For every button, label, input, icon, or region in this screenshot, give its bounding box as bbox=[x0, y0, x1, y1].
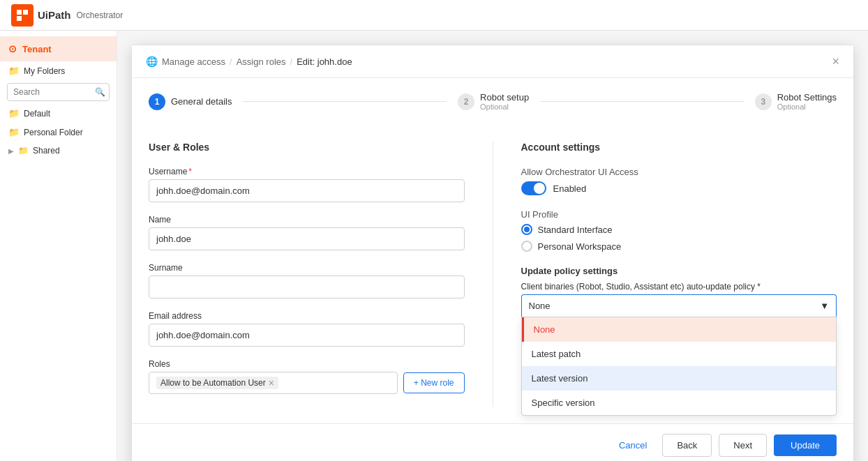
left-panel: User & Roles Username* Name bbox=[149, 142, 465, 407]
cancel-button[interactable]: Cancel bbox=[611, 434, 655, 456]
panel-divider bbox=[493, 142, 493, 407]
account-settings-title: Account settings bbox=[521, 142, 837, 153]
sidebar-item-shared[interactable]: ▶ 📁 Shared bbox=[0, 142, 117, 160]
shared-folder-icon: 📁 bbox=[18, 146, 29, 156]
step-3-sublabel: Optional bbox=[777, 103, 837, 111]
toggle-enabled-label: Enabled bbox=[553, 183, 587, 194]
search-input[interactable] bbox=[7, 83, 110, 101]
update-button[interactable]: Update bbox=[774, 434, 837, 456]
surname-input[interactable] bbox=[149, 275, 465, 298]
surname-label: Surname bbox=[149, 263, 465, 273]
sidebar-my-folders[interactable]: 📁 My Folders bbox=[0, 61, 117, 80]
role-tag-label: Allow to be Automation User bbox=[160, 378, 266, 388]
svg-rect-1 bbox=[23, 10, 28, 15]
step-line-2 bbox=[540, 101, 744, 102]
allow-ui-access-row: Allow Orchestrator UI Access Enabled bbox=[521, 167, 837, 195]
ui-profile-label: UI Profile bbox=[521, 209, 837, 220]
radio-personal-workspace[interactable]: Personal Workspace bbox=[521, 241, 837, 252]
update-policy-section: Update policy settings Client binaries (… bbox=[521, 266, 837, 317]
step-2-info: Robot setup Optional bbox=[480, 92, 529, 111]
dropdown-option-latest-patch[interactable]: Latest patch bbox=[522, 342, 837, 366]
tenant-icon: ⊙ bbox=[8, 43, 17, 54]
radio-personal-circle bbox=[521, 241, 532, 252]
update-policy-title: Update policy settings bbox=[521, 266, 837, 276]
breadcrumb: 🌐 Manage access / Assign roles / Edit: j… bbox=[146, 56, 352, 67]
right-panel: Account settings Allow Orchestrator UI A… bbox=[521, 142, 837, 407]
close-button[interactable]: × bbox=[832, 55, 839, 68]
remove-role-tag-button[interactable]: × bbox=[269, 378, 274, 388]
breadcrumb-part2[interactable]: Assign roles bbox=[237, 56, 286, 67]
policy-field-label: Client binaries (Robot, Studio, Assistan… bbox=[521, 282, 837, 292]
default-label: Default bbox=[24, 109, 50, 119]
radio-standard-circle bbox=[521, 224, 532, 235]
username-group: Username* bbox=[149, 167, 465, 202]
logo-text: UiPath bbox=[38, 9, 71, 21]
ui-profile-row: UI Profile Standard Interface Personal W… bbox=[521, 209, 837, 252]
modal-body: User & Roles Username* Name bbox=[132, 125, 853, 423]
radio-personal-label: Personal Workspace bbox=[538, 241, 622, 252]
modal-header: 🌐 Manage access / Assign roles / Edit: j… bbox=[132, 45, 853, 78]
ui-access-toggle[interactable] bbox=[521, 181, 546, 195]
dropdown-option-none[interactable]: None bbox=[522, 317, 837, 342]
stepper: 1 General details 2 Robot setup Optional bbox=[132, 78, 853, 125]
step-2: 2 Robot setup Optional bbox=[458, 92, 529, 111]
svg-rect-2 bbox=[17, 16, 22, 21]
name-input[interactable] bbox=[149, 227, 465, 250]
logo-icon bbox=[11, 4, 33, 27]
dropdown-trigger[interactable]: None ▼ bbox=[521, 294, 837, 317]
sidebar-item-tenant[interactable]: ⊙ Tenant bbox=[0, 36, 117, 61]
content-area: 🌐 Manage access / Assign roles / Edit: j… bbox=[117, 31, 868, 461]
dropdown-selected-value: None bbox=[529, 301, 551, 311]
step-line-1 bbox=[243, 101, 447, 102]
step-1-label: General details bbox=[171, 96, 232, 107]
ui-profile-radio-group: Standard Interface Personal Workspace bbox=[521, 224, 837, 252]
radio-standard-label: Standard Interface bbox=[538, 225, 613, 235]
search-icon: 🔍 bbox=[95, 87, 105, 97]
new-role-button[interactable]: + New role bbox=[403, 372, 465, 393]
tenant-label: Tenant bbox=[22, 44, 52, 54]
breadcrumb-part3: Edit: johh.doe bbox=[297, 56, 352, 67]
step-1-circle: 1 bbox=[149, 93, 165, 110]
dropdown-option-specific-version[interactable]: Specific version bbox=[522, 391, 837, 415]
sidebar: ⊙ Tenant 📁 My Folders 🔍 📁 Default 📁 Pers… bbox=[0, 31, 117, 461]
roles-label: Roles bbox=[149, 359, 465, 369]
step-2-label: Robot setup bbox=[480, 92, 529, 103]
folder-icon: 📁 bbox=[8, 66, 20, 76]
username-required: * bbox=[188, 167, 192, 176]
auto-update-policy-dropdown: None ▼ None Latest patch Latest version … bbox=[521, 294, 837, 317]
back-button[interactable]: Back bbox=[662, 434, 712, 457]
breadcrumb-part1[interactable]: Manage access bbox=[162, 56, 225, 67]
radio-standard[interactable]: Standard Interface bbox=[521, 224, 837, 235]
step-2-circle: 2 bbox=[458, 93, 474, 110]
top-bar: UiPath Orchestrator bbox=[0, 0, 868, 31]
personal-folder-label: Personal Folder bbox=[24, 128, 83, 137]
step-3: 3 Robot Settings Optional bbox=[755, 92, 837, 111]
username-input[interactable] bbox=[149, 179, 465, 202]
next-button[interactable]: Next bbox=[719, 434, 767, 457]
logo: UiPath Orchestrator bbox=[11, 4, 123, 27]
surname-group: Surname bbox=[149, 263, 465, 298]
dropdown-option-latest-version[interactable]: Latest version bbox=[522, 366, 837, 391]
sidebar-item-personal-folder[interactable]: 📁 Personal Folder bbox=[0, 123, 117, 142]
role-tag: Allow to be Automation User × bbox=[156, 377, 278, 389]
name-group: Name bbox=[149, 215, 465, 250]
globe-icon: 🌐 bbox=[146, 56, 158, 67]
email-input[interactable] bbox=[149, 324, 465, 347]
chevron-down-icon: ▼ bbox=[820, 301, 829, 311]
default-folder-icon: 📁 bbox=[8, 108, 20, 119]
allow-ui-access-label: Allow Orchestrator UI Access bbox=[521, 167, 837, 177]
roles-tag-input[interactable]: Allow to be Automation User × bbox=[149, 372, 398, 394]
breadcrumb-sep2: / bbox=[290, 56, 293, 67]
roles-input-wrapper: Allow to be Automation User × + New role bbox=[149, 372, 465, 394]
sidebar-search-wrapper: 🔍 bbox=[7, 83, 110, 101]
modal: 🌐 Manage access / Assign roles / Edit: j… bbox=[131, 45, 854, 461]
toggle-knob bbox=[534, 183, 545, 194]
user-roles-title: User & Roles bbox=[149, 142, 465, 153]
email-label: Email address bbox=[149, 311, 465, 321]
toggle-row: Enabled bbox=[521, 181, 837, 195]
sidebar-item-default[interactable]: 📁 Default bbox=[0, 104, 117, 123]
logo-sub: Orchestrator bbox=[77, 10, 124, 20]
shared-label: Shared bbox=[33, 146, 60, 156]
dropdown-menu: None Latest patch Latest version Specifi… bbox=[521, 317, 837, 416]
my-folders-label: My Folders bbox=[24, 66, 65, 76]
